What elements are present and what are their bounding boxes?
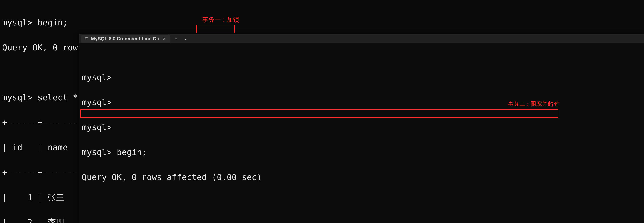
cmd-begin: begin; [38, 18, 68, 27]
mysql-prompt: mysql> [2, 18, 32, 27]
cmd-begin: begin; [117, 147, 147, 157]
mysql-prompt: mysql> [82, 97, 112, 107]
prompt-line: mysql> [82, 123, 642, 132]
annotation-transaction-1-lock: 事务一：加锁 [202, 17, 239, 23]
query-ok-line: Query OK, 0 rows affected (0.00 sec) [82, 173, 642, 181]
annotation-transaction-2-blocked: 事务二：阻塞并超时 [508, 101, 559, 107]
new-tab-button[interactable]: + [172, 35, 180, 42]
prompt-line: mysql> begin; [2, 18, 642, 27]
prompt-line: mysql> begin; [82, 148, 642, 156]
terminal-window-2: MySQL 8.0 Command Line Cli × + ⌄ mysql> … [79, 34, 644, 223]
prompt-line: mysql> [82, 73, 642, 81]
tab-bar-actions: + ⌄ [172, 34, 190, 43]
tab-dropdown-button[interactable]: ⌄ [181, 35, 190, 42]
tab-bar[interactable]: MySQL 8.0 Command Line Cli × + ⌄ [79, 34, 644, 43]
chevron-down-icon: ⌄ [184, 36, 187, 41]
terminal-icon [84, 37, 89, 41]
terminal-session-2[interactable]: mysql> mysql> mysql> mysql> begin; Query… [79, 43, 644, 223]
mysql-prompt: mysql> [82, 123, 112, 132]
blank-line [82, 198, 642, 206]
tab-mysql-cli[interactable]: MySQL 8.0 Command Line Cli × [81, 35, 170, 43]
mysql-prompt: mysql> [82, 72, 112, 82]
tab-title: MySQL 8.0 Command Line Cli [91, 36, 159, 41]
mysql-prompt: mysql> [2, 93, 32, 102]
svg-rect-0 [85, 37, 88, 40]
tab-close-button[interactable]: × [161, 36, 167, 42]
mysql-prompt: mysql> [82, 147, 112, 157]
